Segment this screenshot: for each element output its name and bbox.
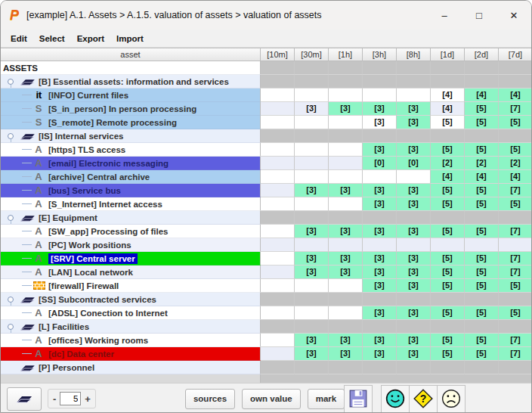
value-cell[interactable]: [7] — [499, 334, 532, 347]
value-cell[interactable] — [261, 306, 295, 320]
value-cell[interactable] — [295, 75, 329, 88]
tree-expander-icon[interactable] — [8, 215, 14, 221]
value-cell[interactable] — [465, 75, 499, 88]
value-cell[interactable]: [5] — [465, 116, 499, 129]
value-cell[interactable]: [5] — [465, 184, 499, 197]
asset-cell[interactable]: [B] Essential assets: information and se… — [1, 75, 261, 88]
value-cell[interactable]: [3] — [397, 143, 431, 157]
value-cell[interactable] — [465, 361, 499, 374]
value-cell[interactable] — [431, 293, 465, 306]
value-cell[interactable] — [499, 211, 532, 225]
sad-face-button[interactable] — [437, 385, 466, 413]
value-cell[interactable]: [3] — [363, 334, 397, 347]
value-cell[interactable]: [2] — [499, 157, 532, 170]
close-button[interactable]: ✕ — [496, 1, 531, 30]
value-cell[interactable] — [363, 129, 397, 143]
value-cell[interactable]: [4] — [499, 88, 532, 102]
menu-export[interactable]: Export — [71, 34, 110, 43]
value-cell[interactable]: [4] — [431, 88, 465, 102]
value-cell[interactable] — [329, 361, 363, 374]
value-cell[interactable] — [465, 293, 499, 306]
value-cell[interactable] — [397, 238, 431, 252]
value-cell[interactable]: [3] — [397, 279, 431, 293]
value-cell[interactable]: [3] — [329, 347, 363, 361]
asset-cell[interactable]: S[S_remote] Remote processing — [1, 116, 261, 129]
value-cell[interactable]: [5] — [431, 266, 465, 279]
value-cell[interactable]: [3] — [295, 252, 329, 266]
menu-select[interactable]: Select — [33, 34, 71, 43]
value-cell[interactable] — [261, 184, 295, 197]
value-cell[interactable] — [431, 238, 465, 252]
value-cell[interactable]: [3] — [363, 306, 397, 320]
value-cell[interactable]: [5] — [465, 143, 499, 157]
value-cell[interactable]: [4] — [499, 170, 532, 184]
value-cell[interactable] — [499, 361, 532, 374]
value-cell[interactable]: [7] — [499, 252, 532, 266]
value-cell[interactable]: [4] — [431, 170, 465, 184]
value-cell[interactable] — [363, 88, 397, 102]
value-cell[interactable]: [3] — [397, 225, 431, 238]
value-cell[interactable] — [295, 88, 329, 102]
value-cell[interactable] — [329, 129, 363, 143]
maximize-button[interactable]: □ — [462, 1, 496, 30]
value-cell[interactable] — [295, 61, 329, 75]
value-cell[interactable] — [261, 225, 295, 238]
value-cell[interactable]: [3] — [397, 347, 431, 361]
value-cell[interactable]: [3] — [397, 184, 431, 197]
value-cell[interactable] — [295, 293, 329, 306]
value-cell[interactable] — [329, 306, 363, 320]
value-cell[interactable]: [3] — [397, 102, 431, 116]
asset-cell[interactable]: A[SW_app] Processing of files — [1, 225, 261, 238]
value-cell[interactable] — [261, 170, 295, 184]
asset-cell[interactable]: A[PC] Work positions — [1, 238, 261, 252]
value-cell[interactable]: [5] — [499, 306, 532, 320]
value-cell[interactable]: [5] — [431, 225, 465, 238]
value-cell[interactable] — [329, 211, 363, 225]
asset-cell[interactable]: A[offices] Working rooms — [1, 334, 261, 347]
value-cell[interactable]: [3] — [363, 347, 397, 361]
value-cell[interactable]: [7] — [499, 184, 532, 197]
sources-button[interactable]: sources — [185, 389, 235, 409]
asset-cell[interactable]: A[ADSL] Conection to Internet — [1, 306, 261, 320]
value-cell[interactable] — [329, 143, 363, 157]
value-cell[interactable] — [261, 61, 295, 75]
asset-cell[interactable]: it[INFO] Current files — [1, 88, 261, 102]
value-cell[interactable]: [5] — [465, 102, 499, 116]
value-cell[interactable] — [295, 238, 329, 252]
asset-cell[interactable]: A[S_Internet] Internet access — [1, 197, 261, 211]
value-cell[interactable] — [397, 293, 431, 306]
value-cell[interactable]: [4] — [431, 102, 465, 116]
value-cell[interactable]: [3] — [329, 225, 363, 238]
value-cell[interactable]: [3] — [329, 266, 363, 279]
menu-edit[interactable]: Edit — [5, 34, 33, 43]
asset-cell[interactable]: A[bus] Service bus — [1, 184, 261, 197]
value-cell[interactable]: [5] — [431, 279, 465, 293]
value-cell[interactable] — [363, 61, 397, 75]
value-cell[interactable]: [3] — [295, 334, 329, 347]
asset-cell[interactable]: S[S_in_person] In person processing — [1, 102, 261, 116]
value-cell[interactable] — [261, 252, 295, 266]
value-cell[interactable] — [329, 88, 363, 102]
value-cell[interactable]: [5] — [431, 306, 465, 320]
value-cell[interactable] — [431, 129, 465, 143]
value-cell[interactable] — [499, 129, 532, 143]
menu-import[interactable]: Import — [110, 34, 150, 43]
minimize-button[interactable]: – — [427, 1, 462, 30]
asset-cell[interactable]: A[archive] Central archive — [1, 170, 261, 184]
value-cell[interactable] — [363, 238, 397, 252]
value-cell[interactable] — [431, 320, 465, 334]
value-cell[interactable] — [261, 116, 295, 129]
value-cell[interactable]: [3] — [397, 306, 431, 320]
value-cell[interactable]: [3] — [363, 102, 397, 116]
tree-expander-icon[interactable] — [8, 79, 14, 85]
value-cell[interactable]: [3] — [363, 116, 397, 129]
value-cell[interactable]: [2] — [465, 157, 499, 170]
value-cell[interactable] — [295, 129, 329, 143]
value-cell[interactable]: [4] — [465, 88, 499, 102]
value-cell[interactable] — [465, 61, 499, 75]
asset-cell[interactable]: [SS] Subcontracted services — [1, 293, 261, 306]
value-cell[interactable] — [397, 361, 431, 374]
value-cell[interactable]: [7] — [499, 225, 532, 238]
value-cell[interactable] — [499, 61, 532, 75]
save-button[interactable] — [344, 385, 373, 413]
